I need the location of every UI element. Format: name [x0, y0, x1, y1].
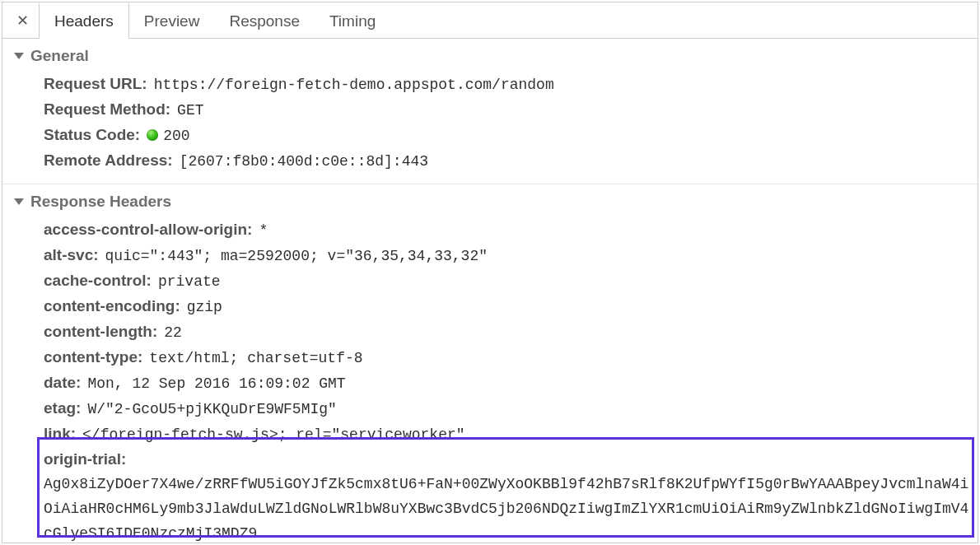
response-header-row: origin-trial:Ag0x8iZyDOer7X4we/zRRFfWU5i…: [44, 447, 978, 543]
close-panel[interactable]: ✕: [6, 2, 39, 38]
label-status-code: Status Code:: [44, 123, 140, 147]
section-general-header[interactable]: General: [2, 42, 978, 70]
response-header-row: access-control-allow-origin:*: [44, 217, 978, 243]
section-general-title: General: [30, 47, 89, 65]
close-icon: ✕: [16, 13, 29, 28]
kv-request-url: Request URL: https://foreign-fetch-demo.…: [44, 72, 978, 97]
response-header-value: </foreign-fetch-sw.js>; rel="servicework…: [82, 422, 464, 447]
response-header-row: cache-control:private: [44, 268, 978, 294]
response-header-key: origin-trial:: [44, 447, 126, 472]
response-header-key: link:: [44, 422, 76, 446]
tab-headers[interactable]: Headers: [39, 2, 129, 38]
response-header-row: content-length:22: [44, 319, 978, 345]
tab-response[interactable]: Response: [214, 2, 315, 38]
tab-preview[interactable]: Preview: [129, 2, 215, 38]
chevron-down-icon: [14, 53, 24, 59]
kv-status-code: Status Code: 200: [44, 123, 978, 148]
section-response-headers: Response Headers access-control-allow-or…: [2, 184, 978, 543]
response-header-row: content-type:text/html; charset=utf-8: [44, 345, 978, 370]
kv-remote-address: Remote Address: [2607:f8b0:400d:c0e::8d]…: [44, 148, 978, 174]
response-header-key: access-control-allow-origin:: [44, 217, 252, 242]
response-header-value: 22: [164, 320, 182, 345]
response-header-key: etag:: [44, 396, 81, 421]
response-header-key: cache-control:: [44, 268, 152, 293]
value-request-method: GET: [177, 98, 203, 123]
value-status-code: 200: [147, 123, 189, 148]
kv-request-method: Request Method: GET: [44, 97, 978, 123]
headers-content: General Request URL: https://foreign-fet…: [2, 39, 978, 543]
label-request-url: Request URL:: [44, 72, 147, 96]
response-header-value: Ag0x8iZyDOer7X4we/zRRFfWU5iGOYJfZk5cmx8t…: [44, 472, 978, 543]
response-header-value: quic=":443"; ma=2592000; v="36,35,34,33,…: [105, 244, 488, 268]
response-header-value: text/html; charset=utf-8: [149, 346, 362, 370]
response-header-key: alt-svc:: [44, 243, 99, 268]
response-header-row: alt-svc:quic=":443"; ma=2592000; v="36,3…: [44, 243, 978, 268]
response-header-value: private: [158, 269, 221, 294]
response-header-value: W/"2-GcoU5+pjKKQuDrE9WF5MIg": [87, 397, 336, 422]
label-request-method: Request Method:: [44, 97, 170, 122]
section-response-headers-header[interactable]: Response Headers: [2, 188, 978, 216]
label-remote-address: Remote Address:: [44, 148, 173, 173]
section-general: General Request URL: https://foreign-fet…: [2, 39, 978, 184]
status-dot-icon: [147, 129, 158, 141]
value-remote-address: [2607:f8b0:400d:c0e::8d]:443: [180, 149, 428, 174]
response-header-row: etag:W/"2-GcoU5+pjKKQuDrE9WF5MIg": [44, 396, 978, 422]
response-header-key: content-type:: [44, 345, 142, 370]
response-header-value: *: [259, 218, 268, 243]
value-request-url: https://foreign-fetch-demo.appspot.com/r…: [154, 72, 554, 97]
response-header-row: date:Mon, 12 Sep 2016 16:09:02 GMT: [44, 370, 978, 396]
response-header-key: date:: [44, 370, 81, 395]
response-header-value: gzip: [187, 295, 222, 319]
tabbar: ✕ Headers Preview Response Timing: [2, 2, 978, 39]
response-header-key: content-length:: [44, 319, 157, 344]
response-header-value: Mon, 12 Sep 2016 16:09:02 GMT: [87, 371, 345, 396]
response-header-row: link:</foreign-fetch-sw.js>; rel="servic…: [44, 422, 978, 447]
chevron-down-icon: [14, 198, 24, 205]
response-header-key: content-encoding:: [44, 294, 180, 319]
tab-timing[interactable]: Timing: [315, 2, 390, 38]
section-response-headers-title: Response Headers: [30, 193, 171, 211]
response-header-row: content-encoding:gzip: [44, 294, 978, 319]
